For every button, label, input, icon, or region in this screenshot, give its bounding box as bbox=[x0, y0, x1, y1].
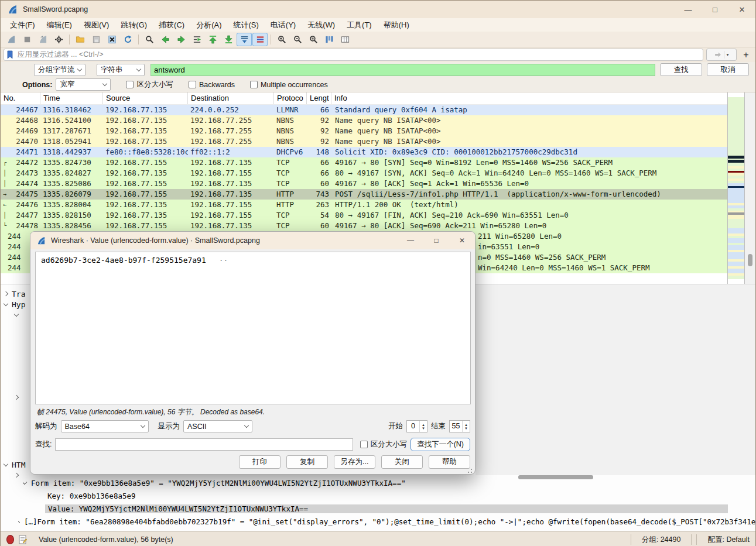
narrow-wide-select[interactable]: 宽窄 bbox=[56, 78, 111, 91]
form-value-line-selected[interactable]: Value: YWQ2MjY5YjctM2NlMi00YWU4LWI5N2YtZ… bbox=[45, 503, 728, 514]
capture-options-icon[interactable] bbox=[51, 33, 66, 46]
zoom-in-icon[interactable] bbox=[274, 33, 289, 46]
form-item-line[interactable]: Form item: "0xe9bb136e8a5e9" = "YWQ2MjY5… bbox=[23, 477, 753, 489]
bookmark-icon[interactable] bbox=[6, 50, 13, 59]
menu-edit[interactable]: 编辑(E) bbox=[41, 19, 78, 32]
column-protocol[interactable]: Protoco bbox=[274, 92, 307, 104]
intelligent-scrollbar-minimap[interactable] bbox=[727, 92, 745, 284]
tree-item-transmission[interactable]: Tra bbox=[4, 289, 25, 298]
resize-grip[interactable] bbox=[467, 468, 473, 473]
auto-scroll-icon[interactable] bbox=[237, 33, 252, 46]
decode-as-select[interactable]: Base64 bbox=[61, 420, 149, 432]
tree-item-html-form[interactable]: HTM bbox=[4, 460, 25, 469]
menu-analyze[interactable]: 分析(A) bbox=[190, 19, 227, 32]
colorize-icon[interactable] bbox=[252, 33, 268, 46]
case-sensitive-checkbox[interactable] bbox=[126, 81, 134, 88]
status-profile[interactable]: 配置: Default bbox=[702, 535, 750, 545]
packet-list-scrollbar[interactable] bbox=[745, 92, 755, 284]
menu-help[interactable]: 帮助(H) bbox=[378, 19, 415, 32]
chevron-down-icon[interactable] bbox=[23, 479, 27, 484]
dialog-case-checkbox[interactable] bbox=[360, 441, 368, 448]
column-source[interactable]: Source bbox=[103, 92, 188, 104]
decoded-bytes-view[interactable]: ad6269b7-3ce2-4ae8-b97f-f259515e7a91·· bbox=[35, 252, 471, 404]
add-filter-button[interactable]: + bbox=[740, 49, 752, 61]
dialog-case-option[interactable]: 区分大小写 bbox=[360, 439, 408, 449]
packet-row[interactable]: →244751335.826079192.168.77.155192.168.7… bbox=[1, 189, 728, 200]
restart-capture-icon[interactable] bbox=[35, 33, 50, 46]
start-capture-icon[interactable] bbox=[4, 33, 19, 46]
chevron-down-icon[interactable] bbox=[14, 311, 19, 316]
packet-row[interactable]: │244741335.825086192.168.77.155192.168.7… bbox=[1, 178, 728, 189]
menu-capture[interactable]: 捕获(C) bbox=[153, 19, 190, 32]
copy-button[interactable]: 复制 bbox=[286, 455, 328, 469]
chevron-down-icon[interactable] bbox=[4, 301, 8, 305]
menu-tools[interactable]: 工具(T) bbox=[341, 19, 378, 32]
dialog-find-input[interactable] bbox=[55, 438, 353, 451]
dialog-minimize-button[interactable]: — bbox=[398, 232, 423, 249]
go-to-packet-icon[interactable] bbox=[189, 33, 204, 46]
stop-capture-icon[interactable] bbox=[19, 33, 35, 46]
dialog-close-button[interactable]: ✕ bbox=[449, 232, 475, 249]
column-info[interactable]: Info bbox=[331, 92, 728, 104]
packet-row[interactable]: ┌244721335.824730192.168.77.155192.168.7… bbox=[1, 157, 728, 168]
apply-filter-button[interactable]: ▾ bbox=[706, 49, 737, 61]
column-length[interactable]: Lengt bbox=[307, 92, 331, 104]
filter-dropdown-caret[interactable]: ▾ bbox=[724, 51, 728, 59]
minimize-button[interactable]: — bbox=[675, 1, 702, 18]
find-packet-icon[interactable] bbox=[142, 33, 157, 46]
start-spinner[interactable]: 0▲▼ bbox=[406, 420, 427, 432]
open-file-icon[interactable] bbox=[73, 33, 88, 46]
tree-item-child-collapsed[interactable] bbox=[15, 471, 18, 480]
menu-view[interactable]: 视图(V) bbox=[78, 19, 115, 32]
print-button[interactable]: 打印 bbox=[239, 455, 280, 469]
chevron-right-icon[interactable] bbox=[14, 395, 19, 400]
form-item-line-2[interactable]: […]Form item: "6ea280898e404bfabd0ebb702… bbox=[18, 516, 755, 527]
close-dialog-button[interactable]: 关闭 bbox=[381, 455, 423, 469]
menu-statistics[interactable]: 统计(S) bbox=[227, 19, 264, 32]
packet-row[interactable]: │244731335.824827192.168.77.135192.168.7… bbox=[1, 168, 728, 178]
close-file-icon[interactable] bbox=[104, 33, 119, 46]
go-to-top-icon[interactable] bbox=[205, 33, 220, 46]
zoom-original-icon[interactable] bbox=[306, 33, 321, 46]
packet-row[interactable]: 244681316.524100192.168.77.135192.168.77… bbox=[1, 115, 728, 126]
menu-telephony[interactable]: 电话(Y) bbox=[265, 19, 302, 32]
packet-row[interactable]: │244771335.828150192.168.77.135192.168.7… bbox=[1, 210, 728, 221]
expert-info-icon[interactable] bbox=[6, 535, 14, 544]
search-input[interactable]: antsword bbox=[150, 64, 655, 76]
spinner-arrows-icon[interactable]: ▲▼ bbox=[462, 421, 470, 432]
tree-item-hypertext[interactable]: Hyp bbox=[4, 300, 25, 309]
backwards-checkbox[interactable] bbox=[189, 81, 196, 88]
menu-go[interactable]: 跳转(G) bbox=[115, 19, 153, 32]
packet-row[interactable]: └244781335.828456192.168.77.155192.168.7… bbox=[1, 221, 728, 231]
save-file-icon[interactable] bbox=[88, 33, 104, 46]
chevron-right-icon[interactable] bbox=[14, 473, 19, 478]
reload-file-icon[interactable] bbox=[120, 33, 135, 46]
menu-file[interactable]: 文件(F) bbox=[4, 19, 41, 32]
packet-row[interactable]: 244691317.287671192.168.77.135192.168.77… bbox=[1, 126, 728, 136]
tree-item-child-collapsed[interactable] bbox=[15, 393, 18, 402]
packet-row[interactable]: 244671316.318462192.168.77.135224.0.0.25… bbox=[1, 105, 728, 115]
go-to-bottom-icon[interactable] bbox=[221, 33, 236, 46]
search-type-select[interactable]: 字符串 bbox=[97, 64, 145, 76]
packet-row[interactable]: 244711318.442937fe80::f8e8:5328:10c…ff02… bbox=[1, 147, 728, 157]
column-time[interactable]: Time bbox=[40, 92, 103, 104]
packet-row[interactable]: ←244761335.828004192.168.77.135192.168.7… bbox=[1, 200, 728, 210]
packet-row[interactable]: 244701318.052941192.168.77.135192.168.77… bbox=[1, 136, 728, 147]
form-key-line[interactable]: Key: 0xe9bb136e8a5e9 bbox=[47, 490, 136, 502]
zoom-out-icon[interactable] bbox=[290, 33, 305, 46]
case-sensitive-option[interactable]: 区分大小写 bbox=[126, 80, 173, 90]
menu-wireless[interactable]: 无线(W) bbox=[302, 19, 341, 32]
display-columns-icon[interactable] bbox=[337, 33, 353, 46]
tree-item-child-expanded[interactable] bbox=[15, 310, 18, 320]
chevron-right-icon[interactable] bbox=[4, 291, 8, 296]
search-scope-select[interactable]: 分组字节流 bbox=[34, 64, 85, 76]
multiple-occurrences-option[interactable]: Multiple occurrences bbox=[250, 81, 328, 89]
save-as-button[interactable]: 另存为... bbox=[334, 455, 375, 469]
backwards-option[interactable]: Backwards bbox=[189, 81, 235, 89]
go-forward-icon[interactable] bbox=[173, 33, 189, 46]
display-filter-input[interactable]: 应用显示过滤器 ... <Ctrl-/> bbox=[4, 49, 703, 61]
multiple-occurrences-checkbox[interactable] bbox=[250, 81, 258, 88]
find-button[interactable]: 查找 bbox=[660, 63, 702, 76]
help-button[interactable]: 帮助 bbox=[429, 455, 470, 469]
cancel-button[interactable]: 取消 bbox=[707, 63, 749, 76]
